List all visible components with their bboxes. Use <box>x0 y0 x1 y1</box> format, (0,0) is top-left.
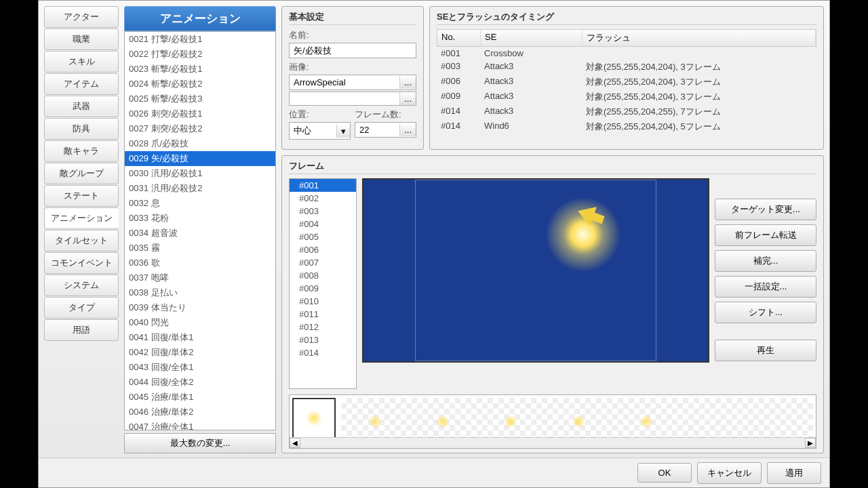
tool-button-3[interactable]: 一括設定... <box>715 276 816 298</box>
frame-list[interactable]: #001#002#003#004#005#006#007#008#009#010… <box>289 178 357 389</box>
timing-row[interactable]: #014Attack3対象(255,255,204,255), 7フレーム <box>437 104 816 119</box>
ok-button[interactable]: OK <box>637 463 692 483</box>
anim-item[interactable]: 0023 斬撃/必殺技1 <box>125 62 275 77</box>
frame-item[interactable]: #010 <box>290 295 356 308</box>
tab-12[interactable]: システム <box>44 274 119 296</box>
anim-item[interactable]: 0032 息 <box>125 196 275 211</box>
frame-item[interactable]: #002 <box>290 192 356 205</box>
anim-item[interactable]: 0042 回復/単体2 <box>125 345 275 360</box>
frame-item[interactable]: #014 <box>290 346 356 359</box>
scroll-left-icon[interactable]: ◀ <box>290 438 300 448</box>
tab-14[interactable]: 用語 <box>44 319 119 341</box>
scroll-right-icon[interactable]: ▶ <box>805 438 816 448</box>
tab-6[interactable]: 敵キャラ <box>44 140 119 162</box>
frame-item[interactable]: #012 <box>290 321 356 333</box>
anim-item[interactable]: 0022 打撃/必殺技2 <box>125 47 275 62</box>
frame-item[interactable]: #009 <box>290 282 356 295</box>
tool-button-4[interactable]: シフト... <box>715 302 816 323</box>
anim-item[interactable]: 0035 霧 <box>125 241 275 256</box>
tab-9[interactable]: アニメーション <box>44 207 119 229</box>
timing-table[interactable]: No. SE フラッシュ #001Crossbow#003Attack3対象(2… <box>437 29 816 134</box>
frame-item[interactable]: #011 <box>290 308 356 321</box>
tab-7[interactable]: 敵グループ <box>44 163 119 184</box>
effect-glow <box>542 194 624 275</box>
cell-thumbnails[interactable]: ◀▶ <box>289 394 816 449</box>
ellipsis-icon: ... <box>399 123 416 136</box>
tool-button-5[interactable]: 再生 <box>715 340 816 361</box>
frame-item[interactable]: #007 <box>290 256 356 269</box>
apply-button[interactable]: 適用 <box>767 462 821 484</box>
col-se: SE <box>481 30 583 46</box>
timing-row[interactable]: #006Attack3対象(255,255,204,204), 3フレーム <box>437 75 816 89</box>
timing-row[interactable]: #014Wind6対象(255,255,204,204), 5フレーム <box>437 119 816 134</box>
frame-item[interactable]: #008 <box>290 269 356 282</box>
image-label: 画像: <box>289 61 416 73</box>
chevron-down-icon: ▾ <box>336 125 350 138</box>
tool-button-2[interactable]: 補完... <box>715 250 816 272</box>
anim-item[interactable]: 0040 閃光 <box>125 315 275 330</box>
ellipsis-icon: ... <box>399 76 416 89</box>
timing-row[interactable]: #009Attack3対象(255,255,204,204), 3フレーム <box>437 89 816 104</box>
anim-item[interactable]: 0033 花粉 <box>125 211 275 226</box>
category-tabs: アクター職業スキルアイテム武器防具敵キャラ敵グループステートアニメーションタイル… <box>44 6 119 453</box>
tab-0[interactable]: アクター <box>44 6 119 28</box>
image2-combo[interactable]: ... <box>289 92 416 106</box>
animation-canvas[interactable] <box>362 178 709 363</box>
anim-item[interactable]: 0027 刺突/必殺技2 <box>125 121 275 136</box>
tab-3[interactable]: アイテム <box>44 73 119 95</box>
frame-item[interactable]: #004 <box>290 218 356 230</box>
anim-item[interactable]: 0041 回復/単体1 <box>125 330 275 345</box>
basic-settings-panel: 基本設定 名前: 画像: ArrowSpecial... ... 位置: 中心▾… <box>281 6 424 150</box>
frame-item[interactable]: #005 <box>290 230 356 243</box>
timing-row[interactable]: #003Attack3対象(255,255,204,204), 3フレーム <box>437 60 816 75</box>
anim-item[interactable]: 0043 回復/全体1 <box>125 360 275 375</box>
anim-item[interactable]: 0045 治療/単体1 <box>125 390 275 405</box>
cell-thumb[interactable] <box>292 398 336 439</box>
tab-10[interactable]: タイルセット <box>44 230 119 251</box>
frame-item[interactable]: #006 <box>290 243 356 256</box>
animation-list[interactable]: 0021 打撃/必殺技10022 打撃/必殺技20023 斬撃/必殺技10024… <box>124 31 276 430</box>
anim-item[interactable]: 0029 矢/必殺技 <box>125 151 275 166</box>
anim-item[interactable]: 0039 体当たり <box>125 300 275 315</box>
frame-title: フレーム <box>289 160 816 174</box>
tool-button-1[interactable]: 前フレーム転送 <box>715 224 816 246</box>
anim-item[interactable]: 0034 超音波 <box>125 226 275 241</box>
anim-item[interactable]: 0021 打撃/必殺技1 <box>125 32 275 47</box>
timing-title: SEとフラッシュのタイミング <box>437 11 816 25</box>
basic-title: 基本設定 <box>289 11 416 25</box>
frames-input[interactable]: 22... <box>355 122 416 138</box>
tab-11[interactable]: コモンイベント <box>44 252 119 274</box>
tab-4[interactable]: 武器 <box>44 96 119 117</box>
anim-item[interactable]: 0038 足払い <box>125 285 275 300</box>
anim-item[interactable]: 0030 汎用/必殺技1 <box>125 166 275 181</box>
image1-combo[interactable]: ArrowSpecial... <box>289 75 416 90</box>
tab-1[interactable]: 職業 <box>44 28 119 50</box>
position-select[interactable]: 中心▾ <box>289 122 351 140</box>
anim-item[interactable]: 0046 治療/単体2 <box>125 405 275 420</box>
anim-item[interactable]: 0024 斬撃/必殺技2 <box>125 77 275 92</box>
anim-item[interactable]: 0028 爪/必殺技 <box>125 136 275 151</box>
frames-label: フレーム数: <box>355 108 416 121</box>
anim-item[interactable]: 0047 治療/全体1 <box>125 420 275 430</box>
frame-item[interactable]: #003 <box>290 205 356 218</box>
tab-2[interactable]: スキル <box>44 51 119 73</box>
col-flash: フラッシュ <box>583 30 816 46</box>
panel-title: アニメーション <box>124 6 276 31</box>
anim-item[interactable]: 0026 刺突/必殺技1 <box>125 106 275 121</box>
anim-item[interactable]: 0036 歌 <box>125 256 275 270</box>
anim-item[interactable]: 0031 汎用/必殺技2 <box>125 181 275 196</box>
anim-item[interactable]: 0025 斬撃/必殺技3 <box>125 92 275 106</box>
cancel-button[interactable]: キャンセル <box>697 462 762 484</box>
name-input[interactable] <box>289 43 416 58</box>
max-change-button[interactable]: 最大数の変更... <box>124 433 276 453</box>
position-label: 位置: <box>289 108 351 121</box>
anim-item[interactable]: 0037 咆哮 <box>125 270 275 285</box>
anim-item[interactable]: 0044 回復/全体2 <box>125 375 275 390</box>
timing-row[interactable]: #001Crossbow <box>437 47 816 60</box>
tab-13[interactable]: タイプ <box>44 297 119 319</box>
tool-button-0[interactable]: ターゲット変更... <box>715 199 816 220</box>
tab-5[interactable]: 防具 <box>44 118 119 140</box>
frame-item[interactable]: #001 <box>290 179 356 192</box>
frame-item[interactable]: #013 <box>290 333 356 346</box>
tab-8[interactable]: ステート <box>44 185 119 207</box>
